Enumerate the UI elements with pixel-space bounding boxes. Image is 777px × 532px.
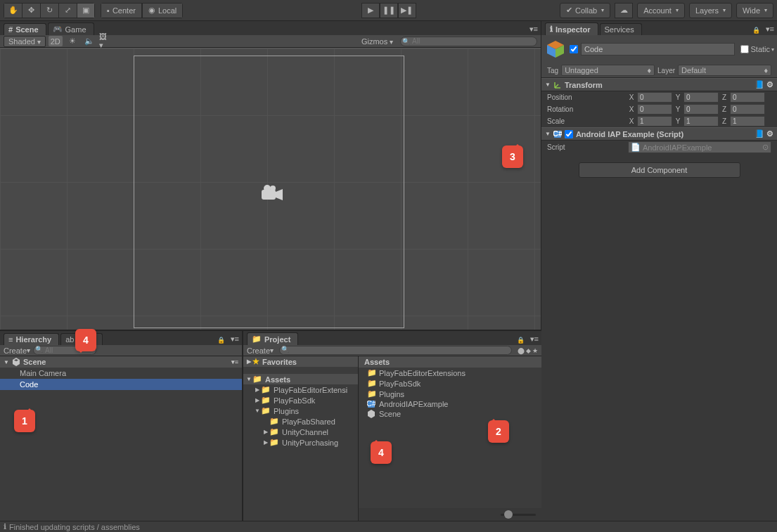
component-gear-icon[interactable]: ⚙	[766, 80, 773, 89]
tab-game[interactable]: 🎮Game	[48, 22, 94, 35]
play-controls: ▶ ❚❚ ▶❚	[361, 3, 416, 18]
rotation-z-input[interactable]	[730, 104, 765, 115]
scene-tabs-menu[interactable]: ▾≡	[527, 23, 541, 35]
fx-toggle[interactable]: 🖼 ▾	[99, 36, 113, 46]
annotation-badge-3: 3	[502, 145, 523, 168]
scene-viewport[interactable]	[0, 48, 541, 330]
scale-x-input[interactable]	[637, 116, 672, 126]
tag-dropdown[interactable]: Untagged♦	[561, 65, 655, 76]
project-tree-item[interactable]: ▶📁UnityChannel	[243, 427, 358, 437]
transform-icon	[553, 81, 562, 89]
script-prop-label: Script	[547, 143, 628, 151]
layer-dropdown[interactable]: Default♦	[678, 65, 771, 76]
inspector-tabs-menu[interactable]: ▾≡	[763, 23, 777, 35]
tab-services[interactable]: Services	[600, 23, 642, 35]
project-save-search-icon[interactable]: ★	[532, 347, 538, 354]
hierarchy-create-dropdown[interactable]: Create ▾	[4, 346, 30, 355]
component-gear-icon[interactable]: ⚙	[766, 129, 773, 138]
pivot-local-button[interactable]: ◉Local	[142, 3, 183, 18]
pivot-center-button[interactable]: ▪Center	[101, 3, 142, 18]
script-enabled-checkbox[interactable]	[565, 130, 573, 138]
main-toolbar: ✋ ✥ ↻ ⤢ ▣ ▪Center ◉Local ▶ ❚❚ ▶❚ ✔ Colla…	[0, 0, 777, 21]
project-asset-item[interactable]: 📁PlayFabSdk	[359, 378, 541, 389]
project-tree-item[interactable]: ▶📁PlayFabSdk	[243, 395, 358, 406]
position-x-input[interactable]	[637, 92, 672, 103]
project-asset-item[interactable]: 📁PlayFabEditorExtensions	[359, 368, 541, 378]
folder-icon: 📁	[261, 396, 271, 405]
hierarchy-item[interactable]: Code	[0, 379, 242, 390]
inspector-tabs: ℹInspector Services 🔒 ▾≡	[541, 21, 777, 35]
rotation-x-input[interactable]	[637, 104, 672, 115]
project-search-input[interactable]	[279, 346, 512, 355]
tab-inspector[interactable]: ℹInspector	[545, 22, 598, 35]
step-button[interactable]: ▶❚	[398, 3, 416, 18]
project-tree-item[interactable]: ▶📁PlayFabEditorExtensi	[243, 384, 358, 395]
transform-component-header[interactable]: ▼ Transform 📘 ⚙	[541, 78, 777, 91]
project-asset-item[interactable]: 📁Plugins	[359, 389, 541, 399]
scale-z-input[interactable]	[730, 116, 765, 126]
rect-tool-button[interactable]: ▣	[77, 3, 95, 18]
gameobject-name-input[interactable]	[581, 43, 735, 56]
gameobject-active-checkbox[interactable]	[570, 45, 578, 53]
lighting-toggle[interactable]: ☀	[65, 36, 79, 46]
rotate-tool-button[interactable]: ↻	[40, 3, 58, 18]
account-dropdown[interactable]: Account▾	[637, 3, 685, 18]
move-tool-button[interactable]: ✥	[22, 3, 40, 18]
add-component-button[interactable]: Add Component	[579, 162, 740, 178]
hierarchy-item[interactable]: Main Camera	[0, 368, 242, 379]
component-help-icon[interactable]: 📘	[754, 80, 764, 89]
shading-mode-dropdown[interactable]: Shaded ▾	[4, 36, 46, 47]
project-size-slider[interactable]	[501, 514, 536, 516]
scale-tool-button[interactable]: ⤢	[58, 3, 77, 18]
hierarchy-scene-name: Scene	[23, 358, 46, 366]
project-favorites-header[interactable]: ▶★Favorites	[243, 356, 358, 367]
scale-y-input[interactable]	[683, 116, 719, 126]
hierarchy-tabs-menu[interactable]: ▾≡	[228, 333, 242, 345]
project-assets-header[interactable]: ▼📁Assets	[243, 374, 358, 384]
project-tree-item[interactable]: ▼📁Plugins	[243, 406, 358, 416]
scene-options-icon[interactable]: ▾≡	[231, 358, 238, 365]
pause-button[interactable]: ❚❚	[380, 3, 398, 18]
collab-dropdown[interactable]: ✔ Collab▾	[560, 3, 610, 18]
layers-dropdown[interactable]: Layers▾	[689, 3, 732, 18]
annotation-badge-4a: 4	[75, 329, 96, 351]
position-z-input[interactable]	[730, 92, 765, 103]
hierarchy-lock-icon[interactable]: 🔒	[214, 335, 228, 345]
project-lock-icon[interactable]: 🔒	[514, 335, 527, 345]
project-asset-item[interactable]: C#AndroidIAPExample	[359, 399, 541, 409]
object-picker-icon[interactable]: ⊙	[762, 143, 769, 152]
project-asset-item[interactable]: Scene	[359, 409, 541, 419]
project-create-dropdown[interactable]: Create ▾	[247, 346, 274, 355]
tab-project[interactable]: 📁Project	[247, 332, 298, 345]
svg-point-2	[270, 186, 276, 191]
tab-hierarchy[interactable]: ≡Hierarchy	[4, 333, 59, 345]
layout-dropdown[interactable]: Wide▾	[736, 3, 773, 18]
component-help-icon[interactable]: 📘	[754, 129, 764, 138]
static-checkbox[interactable]	[740, 45, 749, 53]
tab-scene[interactable]: #Scene	[4, 23, 46, 35]
project-tabs-menu[interactable]: ▾≡	[527, 333, 541, 345]
scene-search-input[interactable]	[400, 37, 537, 46]
project-filter-type-icon[interactable]: ⬤	[518, 347, 525, 354]
scale-label: Scale	[547, 117, 628, 125]
project-tree-item[interactable]: 📁PlayFabShared	[243, 416, 358, 427]
play-button[interactable]: ▶	[361, 3, 380, 18]
rotation-y-input[interactable]	[683, 104, 719, 115]
hand-tool-button[interactable]: ✋	[4, 3, 22, 18]
svg-point-1	[264, 185, 271, 192]
static-dropdown-icon[interactable]: ▾	[771, 46, 774, 53]
folder-icon: 📁	[269, 438, 279, 447]
tag-label: Tag	[547, 67, 558, 74]
inspector-lock-icon[interactable]: 🔒	[750, 25, 763, 35]
mode-2d-toggle[interactable]: 2D	[49, 36, 63, 46]
script-component-header[interactable]: ▼ C# Android IAP Example (Script) 📘 ⚙	[541, 127, 777, 141]
project-tree-item[interactable]: ▶📁UnityPurchasing	[243, 437, 358, 448]
hierarchy-scene-header[interactable]: ▼ Scene ▾≡	[0, 356, 242, 368]
position-y-input[interactable]	[683, 92, 719, 103]
script-object-field[interactable]: 📄 AndroidIAPExample ⊙	[628, 141, 771, 153]
project-filter-label-icon[interactable]: ◆	[526, 347, 531, 354]
annotation-badge-2: 2	[488, 420, 509, 443]
cloud-button[interactable]: ☁	[615, 3, 633, 18]
audio-toggle[interactable]: 🔈	[82, 36, 96, 46]
gizmos-dropdown[interactable]: Gizmos ▾	[361, 37, 393, 46]
